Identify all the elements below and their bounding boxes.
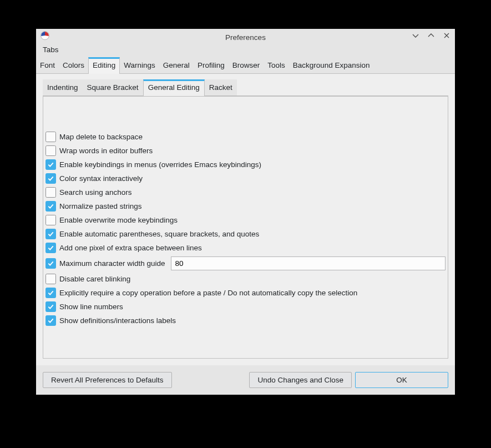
menubar: Tabs [36, 44, 455, 57]
option-label: Enable automatic parentheses, square bra… [58, 230, 259, 238]
checkbox[interactable] [45, 258, 56, 269]
checkbox[interactable] [45, 215, 56, 225]
option-row: Color syntax interactively [45, 172, 446, 185]
ok-button[interactable]: OK [355, 372, 448, 388]
option-label: Enable overwrite mode keybindings [58, 216, 178, 224]
tab-background-expansion[interactable]: Background Expansion [289, 57, 374, 73]
option-row: Show line numbers [45, 300, 446, 314]
option-row: Show definitions/interactions labels [45, 314, 446, 328]
checkbox[interactable] [45, 315, 56, 326]
option-label: Show definitions/interactions labels [58, 316, 176, 325]
option-row: Map delete to backspace [45, 130, 446, 144]
titlebar: Preferences [36, 29, 455, 44]
checkbox[interactable] [45, 187, 56, 198]
checkbox[interactable] [45, 229, 56, 239]
checkbox[interactable] [45, 301, 56, 312]
tab-profiling[interactable]: Profiling [194, 57, 229, 73]
option-row: Wrap words in editor buffers [45, 144, 446, 158]
main-tabs: FontColorsEditingWarningsGeneralProfilin… [36, 57, 455, 74]
tab-editing[interactable]: Editing [88, 57, 120, 74]
option-label: Map delete to backspace [58, 133, 143, 141]
option-row: Add one pixel of extra space between lin… [45, 241, 446, 255]
revert-button[interactable]: Revert All Preferences to Defaults [43, 372, 172, 388]
option-row: Explicitly require a copy operation befo… [45, 286, 446, 300]
option-label: Normalize pasted strings [58, 202, 142, 210]
tab-browser[interactable]: Browser [229, 57, 264, 73]
general-editing-panel: Map delete to backspaceWrap words in edi… [43, 96, 448, 359]
tabs-menu[interactable]: Tabs [43, 46, 59, 54]
checkbox[interactable] [45, 288, 56, 298]
option-label: Enable keybindings in menus (overrides E… [58, 160, 261, 169]
tab-colors[interactable]: Colors [59, 57, 88, 73]
preferences-window: Preferences Tabs FontColorsEditingWarnin… [36, 29, 455, 395]
option-label: Explicitly require a copy operation befo… [58, 289, 357, 297]
option-label: Add one pixel of extra space between lin… [58, 244, 202, 252]
checkbox[interactable] [45, 145, 56, 156]
checkbox[interactable] [45, 274, 56, 284]
checkbox[interactable] [45, 243, 56, 253]
option-label: Wrap words in editor buffers [58, 147, 153, 155]
checkbox[interactable] [45, 201, 56, 212]
subtab-general-editing[interactable]: General Editing [143, 79, 205, 96]
option-row: Enable overwrite mode keybindings [45, 213, 446, 227]
undo-changes-button[interactable]: Undo Changes and Close [249, 372, 352, 388]
max-char-width-input[interactable] [171, 256, 446, 270]
checkbox[interactable] [45, 173, 56, 184]
option-row: Search using anchors [45, 185, 446, 199]
option-row: Disable caret blinking [45, 272, 446, 286]
tab-tools[interactable]: Tools [264, 57, 289, 73]
option-row: Maximum character width guide [45, 255, 446, 272]
tab-general[interactable]: General [159, 57, 194, 73]
button-row: Revert All Preferences to Defaults Undo … [36, 365, 455, 395]
checkbox[interactable] [45, 132, 56, 142]
checkbox[interactable] [45, 159, 56, 170]
sub-tabs: IndentingSquare BracketGeneral EditingRa… [43, 79, 448, 96]
content-area: IndentingSquare BracketGeneral EditingRa… [36, 74, 455, 365]
option-label: Disable caret blinking [58, 275, 130, 283]
option-row: Normalize pasted strings [45, 199, 446, 213]
option-label: Color syntax interactively [58, 174, 143, 183]
subtab-indenting[interactable]: Indenting [43, 79, 83, 95]
tab-warnings[interactable]: Warnings [120, 57, 159, 73]
close-icon[interactable] [442, 31, 452, 41]
option-label: Search using anchors [58, 188, 132, 197]
subtab-square-bracket[interactable]: Square Bracket [83, 79, 143, 95]
minimize-icon[interactable] [411, 31, 421, 41]
option-row: Enable automatic parentheses, square bra… [45, 227, 446, 241]
option-label: Maximum character width guide [58, 259, 165, 268]
option-row: Enable keybindings in menus (overrides E… [45, 158, 446, 172]
titlebar-controls [411, 31, 452, 41]
option-label: Show line numbers [58, 303, 123, 311]
window-title: Preferences [36, 32, 455, 42]
subtab-racket[interactable]: Racket [205, 79, 237, 95]
maximize-icon[interactable] [426, 31, 436, 41]
tab-font[interactable]: Font [36, 57, 59, 73]
app-icon [41, 31, 49, 40]
spacer [175, 372, 246, 388]
